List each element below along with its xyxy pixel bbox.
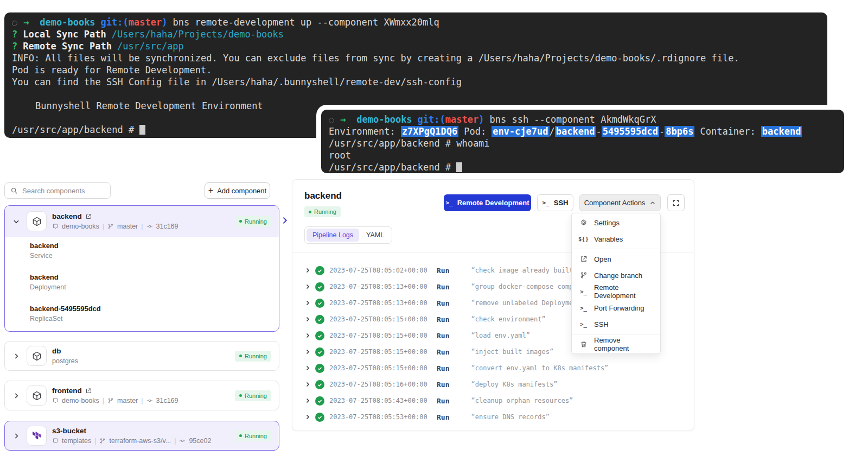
terminal1-info-line: INFO: All files will be synchronized. Yo… bbox=[12, 52, 821, 64]
add-component-button[interactable]: + Add component bbox=[205, 182, 270, 199]
external-link-icon[interactable] bbox=[85, 213, 92, 220]
detail-tabs: Pipeline Logs YAML bbox=[304, 226, 392, 244]
component-card-backend[interactable]: backend demo-books | master | 31c169 Run… bbox=[4, 205, 279, 332]
tab-yaml[interactable]: YAML bbox=[360, 229, 390, 242]
terminal1-remote-sync-line: ?Remote Sync Path/usr/src/app bbox=[12, 40, 821, 52]
git-branch-icon bbox=[579, 271, 588, 279]
remote-sync-label: Remote Sync Path bbox=[23, 41, 112, 52]
status-badge: Running bbox=[235, 216, 271, 227]
success-check-icon bbox=[315, 331, 324, 340]
component-card-frontend[interactable]: frontend demo-books | master | 31c169 Ru… bbox=[4, 381, 279, 410]
tab-pipeline-logs[interactable]: Pipeline Logs bbox=[307, 229, 359, 242]
log-row[interactable]: 2023-07-25T08:05:16+00:00Run“deploy K8s … bbox=[292, 376, 694, 393]
success-check-icon bbox=[315, 380, 324, 389]
menu-item-remove-component[interactable]: Remove component bbox=[572, 336, 660, 352]
menu-item-open[interactable]: Open bbox=[572, 251, 660, 267]
pod-label: Pod: bbox=[464, 126, 486, 137]
component-cube-icon bbox=[27, 385, 47, 406]
terminal-cursor bbox=[456, 162, 462, 172]
git-branch-icon bbox=[107, 223, 114, 230]
chevron-right-icon[interactable] bbox=[12, 432, 20, 440]
status-badge: Running bbox=[304, 206, 341, 217]
remote-development-button[interactable]: >_ Remote Development bbox=[444, 194, 531, 211]
component-actions-menu: Settings ${} Variables Open Change branc… bbox=[571, 213, 661, 354]
terminal-circle-icon bbox=[329, 118, 334, 123]
log-row[interactable]: 2023-07-25T08:05:53+00:00Run“ensure DNS … bbox=[292, 409, 694, 425]
environment-id: z7XPgQ1DQ6 bbox=[401, 126, 458, 137]
chevron-down-icon[interactable] bbox=[12, 218, 20, 225]
prompt-git-close: ) bbox=[478, 114, 484, 125]
component-card-s3-bucket[interactable]: s3-bucket templates | terraform-aws-s3/v… bbox=[4, 421, 279, 451]
component-actions-button[interactable]: Component Actions bbox=[579, 194, 661, 211]
component-name: s3-bucket bbox=[52, 427, 86, 435]
log-row[interactable]: 2023-07-25T08:05:15+00:00Run“convert env… bbox=[292, 360, 694, 376]
menu-divider bbox=[572, 249, 660, 249]
open-details-chevron-icon[interactable] bbox=[280, 216, 289, 225]
local-sync-label: Local Sync Path bbox=[23, 29, 106, 40]
fullscreen-icon bbox=[672, 199, 680, 207]
resource-item-service[interactable]: backend Service bbox=[30, 242, 59, 260]
terminal2-command: bns ssh --component AkmdWkqGrX bbox=[489, 114, 656, 125]
menu-item-port-forwarding[interactable]: >_ Port Forwarding bbox=[572, 300, 660, 316]
success-check-icon bbox=[315, 282, 324, 292]
terminal-circle-icon bbox=[12, 21, 17, 26]
chevron-right-icon[interactable] bbox=[304, 349, 311, 355]
component-card-backend-header[interactable]: backend demo-books | master | 31c169 Run… bbox=[5, 206, 279, 237]
prompt-branch: master bbox=[445, 114, 478, 125]
question-mark: ? bbox=[12, 29, 17, 40]
terminal-icon: >_ bbox=[542, 199, 550, 206]
fullscreen-button[interactable] bbox=[667, 194, 685, 211]
chevron-right-icon[interactable] bbox=[304, 381, 311, 388]
chevron-right-icon[interactable] bbox=[12, 392, 20, 400]
chevron-right-icon[interactable] bbox=[304, 365, 311, 371]
external-link-icon[interactable] bbox=[85, 388, 92, 394]
repository-icon bbox=[52, 438, 59, 444]
terminal-cursor bbox=[139, 125, 145, 135]
variables-icon: ${} bbox=[579, 236, 588, 242]
pod-suffix: 8bp6s bbox=[665, 126, 694, 137]
menu-item-remote-development[interactable]: >_ Remote Development bbox=[572, 283, 660, 300]
terminal2-shell-prompt[interactable]: /usr/src/app/backend # bbox=[329, 161, 838, 173]
plus-icon: + bbox=[208, 186, 213, 195]
chevron-right-icon[interactable] bbox=[304, 283, 311, 290]
menu-item-settings[interactable]: Settings bbox=[572, 214, 660, 231]
status-dot bbox=[239, 220, 242, 223]
search-components-box[interactable] bbox=[4, 182, 111, 199]
chevron-right-icon[interactable] bbox=[12, 352, 20, 360]
component-cube-icon bbox=[27, 211, 47, 231]
log-row[interactable]: 2023-07-25T08:05:43+00:00Run“cleanup orp… bbox=[292, 393, 694, 409]
pod-namespace: env-cje7ud bbox=[492, 126, 549, 137]
status-badge: Running bbox=[235, 431, 271, 441]
environment-label: Environment: bbox=[329, 126, 395, 137]
page-title: backend bbox=[304, 191, 342, 201]
chevron-right-icon[interactable] bbox=[304, 267, 311, 274]
prompt-git-close: ) bbox=[162, 17, 167, 28]
repository-icon bbox=[52, 223, 59, 230]
component-cube-icon bbox=[27, 346, 47, 366]
prompt-branch: master bbox=[129, 17, 162, 28]
chevron-right-icon[interactable] bbox=[304, 397, 311, 404]
component-commit: 31c169 bbox=[156, 223, 178, 230]
terminal1-ready-line: Pod is ready for Remote Development. bbox=[12, 64, 821, 76]
menu-item-change-branch[interactable]: Change branch bbox=[572, 267, 660, 283]
resource-item-deployment[interactable]: backend Deployment bbox=[30, 273, 66, 291]
git-branch-icon bbox=[99, 438, 106, 444]
terminal-icon: >_ bbox=[579, 321, 588, 327]
chevron-right-icon[interactable] bbox=[304, 414, 311, 420]
chevron-right-icon[interactable] bbox=[304, 332, 311, 339]
search-input[interactable] bbox=[22, 187, 105, 195]
git-commit-icon bbox=[146, 397, 153, 404]
prompt-git-open: git:( bbox=[418, 114, 445, 125]
question-mark: ? bbox=[12, 41, 17, 52]
chevron-right-icon[interactable] bbox=[304, 316, 311, 322]
gear-icon bbox=[579, 219, 588, 226]
trash-icon bbox=[579, 340, 588, 348]
resource-item-replicaset[interactable]: backend-5495595dcd ReplicaSet bbox=[30, 305, 101, 322]
menu-item-ssh[interactable]: >_ SSH bbox=[572, 316, 660, 332]
menu-item-variables[interactable]: ${} Variables bbox=[572, 231, 660, 247]
ssh-button[interactable]: >_ SSH bbox=[537, 194, 573, 211]
pod-name: backend bbox=[555, 126, 596, 137]
terminal2-prompt-line: →demo-booksgit:(master)bns ssh --compone… bbox=[329, 113, 838, 125]
chevron-right-icon[interactable] bbox=[304, 300, 311, 306]
component-card-db[interactable]: db postgres Running bbox=[4, 341, 279, 371]
